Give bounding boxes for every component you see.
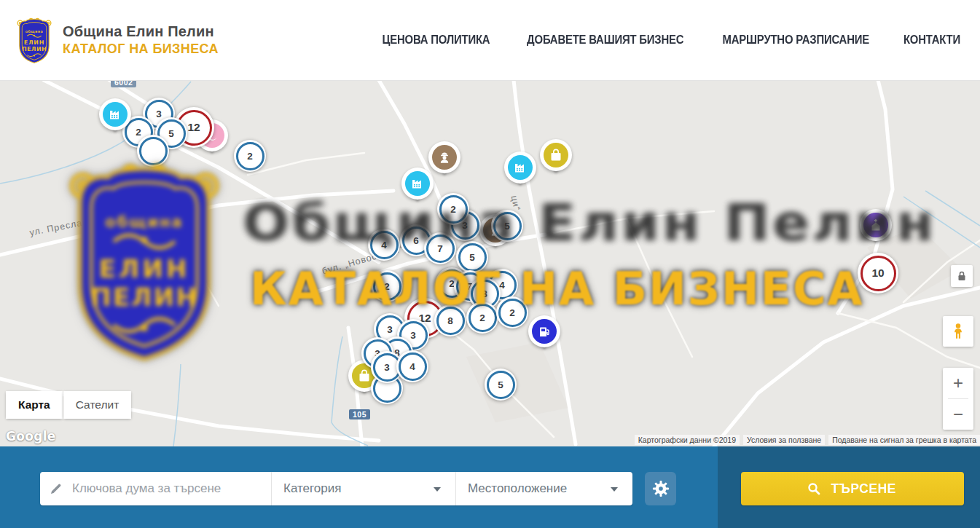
worker-pin-marker[interactable] <box>428 141 460 173</box>
site-subtitle: КАТАЛОГ НА БИЗНЕСА <box>63 42 219 57</box>
lock-icon <box>954 269 969 283</box>
search-section: Категория Местоположение <box>0 446 980 528</box>
cluster-marker[interactable]: 7 <box>424 232 456 264</box>
nav-route-schedule[interactable]: МАРШРУТНО РАЗПИСАНИЕ <box>722 34 869 47</box>
cluster-marker[interactable]: 10 <box>858 253 898 293</box>
category-dropdown[interactable]: Категория <box>271 472 455 505</box>
gear-icon <box>651 479 670 498</box>
advanced-settings-button[interactable] <box>645 472 676 505</box>
lock-control-button[interactable] <box>951 265 973 287</box>
cluster-marker[interactable]: 5 <box>491 210 523 242</box>
site-logo-text: Община Елин Пелин КАТАЛОГ НА БИЗНЕСА <box>63 23 219 57</box>
map-attribution: Картографски данни ©2019 Условия за полз… <box>635 435 980 445</box>
cluster-marker[interactable]: 2 <box>466 302 498 334</box>
chevron-down-icon <box>611 487 618 492</box>
search-icon <box>807 481 821 496</box>
factory-pin-marker[interactable] <box>99 98 131 130</box>
fuel-pin-marker[interactable] <box>528 315 560 347</box>
map-canvas[interactable]: 6002 105 ул. Преслав бул. „Новоселци“ ци… <box>0 80 980 446</box>
nav-pricing-policy[interactable]: ЦЕНОВА ПОЛИТИКА <box>383 34 490 47</box>
header: Община Елин Пелин КАТАЛОГ НА БИЗНЕСА ЦЕН… <box>0 0 980 81</box>
map-markers-layer: 12325234625752274812822338334510 <box>0 80 980 446</box>
zoom-out-button[interactable]: − <box>943 399 973 430</box>
map-type-control: Карта Сателит <box>6 391 131 419</box>
pencil-icon <box>49 481 63 496</box>
search-button[interactable]: ТЪРСЕНЕ <box>741 472 964 505</box>
main-nav: ЦЕНОВА ПОЛИТИКА ДОБАВЕТЕ ВАШИЯТ БИЗНЕС М… <box>378 34 963 47</box>
keyword-search-input[interactable] <box>71 481 271 497</box>
map-data-notice: Картографски данни ©2019 <box>635 435 740 445</box>
cluster-marker[interactable]: 5 <box>456 241 488 273</box>
cluster-marker[interactable]: 2 <box>496 296 528 328</box>
factory-pin-marker[interactable] <box>504 151 536 184</box>
report-error-link[interactable]: Подаване на сигнал за грешка в картата <box>828 435 980 445</box>
cluster-marker[interactable]: 2 <box>437 193 469 225</box>
site-title: Община Елин Пелин <box>63 23 219 40</box>
keyword-segment <box>40 472 271 505</box>
cluster-marker[interactable]: 4 <box>368 229 400 261</box>
map-view-button[interactable]: Карта <box>6 391 63 419</box>
filter-bar: Категория Местоположение <box>40 472 632 505</box>
pegman-icon <box>949 322 968 341</box>
cluster-marker[interactable]: 2 <box>371 270 403 302</box>
location-dropdown[interactable]: Местоположение <box>455 472 632 505</box>
zoom-in-button[interactable]: + <box>943 368 973 398</box>
terms-link[interactable]: Условия за ползване <box>743 435 825 445</box>
cluster-marker[interactable] <box>137 135 169 167</box>
zoom-control: + − <box>943 368 973 430</box>
category-dropdown-label: Категория <box>283 481 341 496</box>
municipality-crest-icon <box>15 16 54 64</box>
search-button-label: ТЪРСЕНЕ <box>831 481 896 497</box>
site-logo[interactable]: Община Елин Пелин КАТАЛОГ НА БИЗНЕСА <box>15 16 219 64</box>
bag-pin-marker[interactable] <box>540 139 572 171</box>
street-view-pegman-button[interactable] <box>943 316 973 347</box>
chevron-down-icon <box>434 487 441 492</box>
page: Община Елин Пелин КАТАЛОГ НА БИЗНЕСА ЦЕН… <box>0 0 980 528</box>
google-logo[interactable]: Google <box>6 429 56 444</box>
cluster-marker[interactable]: 4 <box>396 350 428 382</box>
cluster-marker[interactable]: 5 <box>485 369 517 401</box>
nav-add-your-business[interactable]: ДОБАВЕТЕ ВАШИЯТ БИЗНЕС <box>527 34 683 47</box>
church-pin-marker[interactable] <box>860 209 892 241</box>
satellite-view-button[interactable]: Сателит <box>63 391 131 419</box>
cluster-marker[interactable]: 8 <box>434 304 466 336</box>
location-dropdown-label: Местоположение <box>468 481 567 496</box>
cluster-marker[interactable]: 2 <box>234 140 266 172</box>
nav-contacts[interactable]: КОНТАКТИ <box>903 34 960 47</box>
